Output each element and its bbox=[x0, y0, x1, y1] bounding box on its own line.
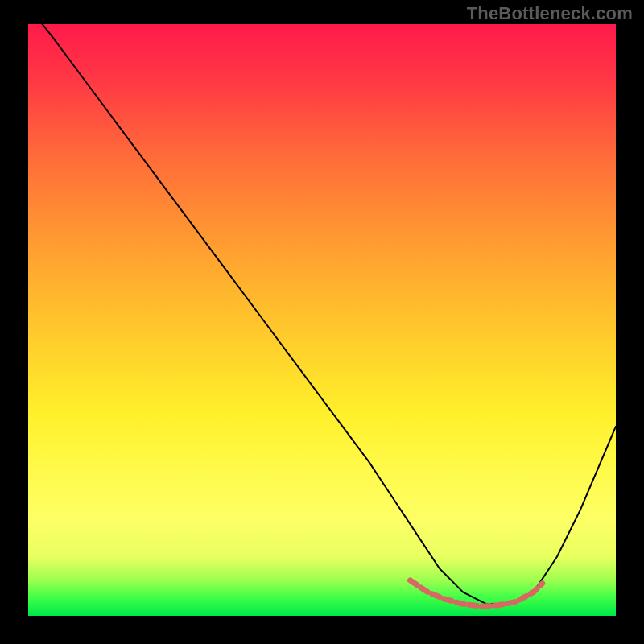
watermark-text: TheBottleneck.com bbox=[467, 3, 633, 24]
plot-area bbox=[28, 24, 616, 616]
curve-layer bbox=[28, 24, 616, 616]
chart-container: TheBottleneck.com bbox=[0, 0, 644, 644]
main-curve-path bbox=[28, 24, 616, 604]
highlight-segment-path bbox=[411, 580, 543, 606]
